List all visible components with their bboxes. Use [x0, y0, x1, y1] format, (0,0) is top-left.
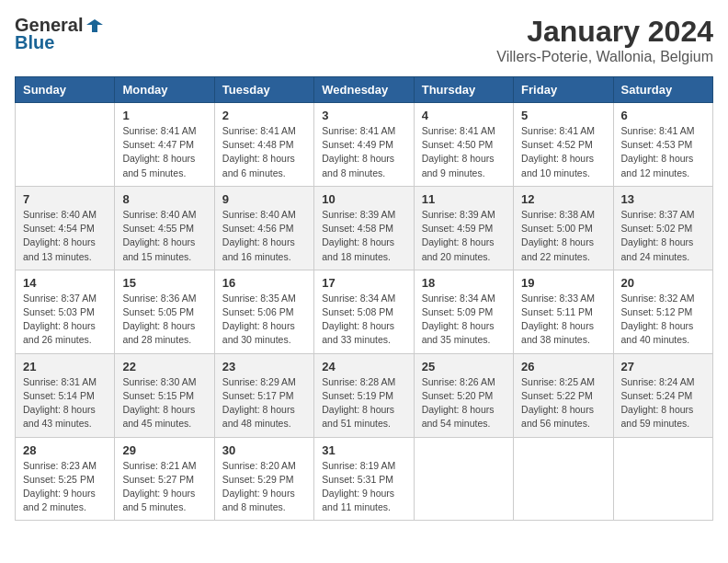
day-info: Sunrise: 8:41 AMSunset: 4:48 PMDaylight:… [222, 124, 306, 180]
calendar-cell: 29Sunrise: 8:21 AMSunset: 5:27 PMDayligh… [115, 437, 214, 521]
calendar-cell: 27Sunrise: 8:24 AMSunset: 5:24 PMDayligh… [613, 353, 712, 437]
day-info: Sunrise: 8:31 AMSunset: 5:14 PMDaylight:… [23, 375, 107, 431]
day-number: 5 [521, 109, 605, 122]
day-info: Sunrise: 8:40 AMSunset: 4:54 PMDaylight:… [23, 208, 107, 264]
day-number: 1 [122, 109, 206, 122]
day-info: Sunrise: 8:38 AMSunset: 5:00 PMDaylight:… [521, 208, 605, 264]
day-number: 11 [422, 192, 506, 206]
calendar-cell: 26Sunrise: 8:25 AMSunset: 5:22 PMDayligh… [514, 353, 613, 437]
calendar-cell: 21Sunrise: 8:31 AMSunset: 5:14 PMDayligh… [16, 353, 115, 437]
day-info: Sunrise: 8:41 AMSunset: 4:50 PMDaylight:… [422, 124, 506, 180]
day-number: 12 [521, 192, 605, 206]
calendar-week-4: 21Sunrise: 8:31 AMSunset: 5:14 PMDayligh… [16, 353, 713, 437]
day-number: 17 [322, 276, 405, 290]
day-info: Sunrise: 8:41 AMSunset: 4:47 PMDaylight:… [122, 124, 206, 180]
day-info: Sunrise: 8:28 AMSunset: 5:19 PMDaylight:… [322, 375, 405, 431]
day-info: Sunrise: 8:41 AMSunset: 4:49 PMDaylight:… [322, 124, 405, 180]
header-sunday: Sunday [16, 77, 115, 103]
calendar-cell: 9Sunrise: 8:40 AMSunset: 4:56 PMDaylight… [214, 186, 313, 270]
calendar-cell: 22Sunrise: 8:30 AMSunset: 5:15 PMDayligh… [115, 353, 214, 437]
svg-marker-0 [86, 19, 103, 32]
calendar-cell: 8Sunrise: 8:40 AMSunset: 4:55 PMDaylight… [115, 186, 214, 270]
day-number: 15 [122, 276, 206, 290]
day-number: 18 [422, 276, 506, 290]
calendar-week-2: 7Sunrise: 8:40 AMSunset: 4:54 PMDaylight… [16, 186, 713, 270]
calendar-cell: 31Sunrise: 8:19 AMSunset: 5:31 PMDayligh… [314, 437, 414, 521]
calendar-table: SundayMondayTuesdayWednesdayThursdayFrid… [15, 76, 713, 521]
calendar-week-5: 28Sunrise: 8:23 AMSunset: 5:25 PMDayligh… [16, 437, 713, 521]
day-number: 22 [122, 360, 206, 373]
calendar-cell: 18Sunrise: 8:34 AMSunset: 5:09 PMDayligh… [414, 270, 513, 353]
day-info: Sunrise: 8:20 AMSunset: 5:29 PMDaylight:… [222, 459, 306, 515]
calendar-cell [514, 437, 613, 521]
header-saturday: Saturday [613, 77, 712, 103]
calendar-cell: 2Sunrise: 8:41 AMSunset: 4:48 PMDaylight… [214, 103, 313, 187]
calendar-cell: 17Sunrise: 8:34 AMSunset: 5:08 PMDayligh… [314, 270, 414, 353]
day-info: Sunrise: 8:24 AMSunset: 5:24 PMDaylight:… [621, 375, 705, 431]
day-number: 8 [122, 192, 206, 206]
day-info: Sunrise: 8:36 AMSunset: 5:05 PMDaylight:… [122, 292, 206, 348]
day-number: 23 [222, 360, 306, 373]
title-block: January 2024 Villers-Poterie, Wallonia, … [496, 15, 713, 65]
day-number: 28 [23, 443, 107, 457]
day-info: Sunrise: 8:37 AMSunset: 5:03 PMDaylight:… [23, 292, 107, 348]
calendar-cell: 19Sunrise: 8:33 AMSunset: 5:11 PMDayligh… [514, 270, 613, 353]
day-number: 3 [322, 109, 405, 122]
day-number: 13 [621, 192, 705, 206]
page-title: January 2024 [496, 15, 713, 49]
logo: General Blue [15, 15, 105, 53]
day-number: 25 [422, 360, 506, 373]
day-number: 21 [23, 360, 107, 373]
calendar-cell [16, 103, 115, 187]
logo-bird-icon [85, 16, 105, 36]
day-info: Sunrise: 8:26 AMSunset: 5:20 PMDaylight:… [422, 375, 506, 431]
calendar-cell: 7Sunrise: 8:40 AMSunset: 4:54 PMDaylight… [16, 186, 115, 270]
day-number: 26 [521, 360, 605, 373]
page-header: General Blue January 2024 Villers-Poteri… [15, 15, 713, 65]
day-info: Sunrise: 8:41 AMSunset: 4:53 PMDaylight:… [621, 124, 705, 180]
day-info: Sunrise: 8:32 AMSunset: 5:12 PMDaylight:… [621, 292, 705, 348]
calendar-cell: 30Sunrise: 8:20 AMSunset: 5:29 PMDayligh… [214, 437, 313, 521]
calendar-cell: 24Sunrise: 8:28 AMSunset: 5:19 PMDayligh… [314, 353, 414, 437]
day-info: Sunrise: 8:29 AMSunset: 5:17 PMDaylight:… [222, 375, 306, 431]
calendar-cell: 20Sunrise: 8:32 AMSunset: 5:12 PMDayligh… [613, 270, 712, 353]
day-number: 7 [23, 192, 107, 206]
calendar-cell: 4Sunrise: 8:41 AMSunset: 4:50 PMDaylight… [414, 103, 513, 187]
day-number: 31 [322, 443, 405, 457]
day-info: Sunrise: 8:25 AMSunset: 5:22 PMDaylight:… [521, 375, 605, 431]
day-info: Sunrise: 8:21 AMSunset: 5:27 PMDaylight:… [122, 459, 206, 515]
day-info: Sunrise: 8:37 AMSunset: 5:02 PMDaylight:… [621, 208, 705, 264]
day-number: 4 [422, 109, 506, 122]
day-info: Sunrise: 8:40 AMSunset: 4:55 PMDaylight:… [122, 208, 206, 264]
header-monday: Monday [115, 77, 214, 103]
day-info: Sunrise: 8:23 AMSunset: 5:25 PMDaylight:… [23, 459, 107, 515]
day-number: 27 [621, 360, 705, 373]
calendar-cell: 1Sunrise: 8:41 AMSunset: 4:47 PMDaylight… [115, 103, 214, 187]
header-thursday: Thursday [414, 77, 513, 103]
day-info: Sunrise: 8:33 AMSunset: 5:11 PMDaylight:… [521, 292, 605, 348]
day-info: Sunrise: 8:19 AMSunset: 5:31 PMDaylight:… [322, 459, 405, 515]
calendar-cell: 25Sunrise: 8:26 AMSunset: 5:20 PMDayligh… [414, 353, 513, 437]
day-number: 16 [222, 276, 306, 290]
calendar-week-3: 14Sunrise: 8:37 AMSunset: 5:03 PMDayligh… [16, 270, 713, 353]
header-friday: Friday [514, 77, 613, 103]
calendar-header: SundayMondayTuesdayWednesdayThursdayFrid… [16, 77, 713, 103]
day-info: Sunrise: 8:34 AMSunset: 5:08 PMDaylight:… [322, 292, 405, 348]
day-number: 20 [621, 276, 705, 290]
calendar-cell: 3Sunrise: 8:41 AMSunset: 4:49 PMDaylight… [314, 103, 414, 187]
calendar-cell [613, 437, 712, 521]
day-number: 9 [222, 192, 306, 206]
day-info: Sunrise: 8:30 AMSunset: 5:15 PMDaylight:… [122, 375, 206, 431]
day-number: 6 [621, 109, 705, 122]
day-number: 2 [222, 109, 306, 122]
calendar-cell: 23Sunrise: 8:29 AMSunset: 5:17 PMDayligh… [214, 353, 313, 437]
day-info: Sunrise: 8:41 AMSunset: 4:52 PMDaylight:… [521, 124, 605, 180]
day-info: Sunrise: 8:39 AMSunset: 4:59 PMDaylight:… [422, 208, 506, 264]
day-number: 30 [222, 443, 306, 457]
day-number: 24 [322, 360, 405, 373]
calendar-week-1: 1Sunrise: 8:41 AMSunset: 4:47 PMDaylight… [16, 103, 713, 187]
day-number: 19 [521, 276, 605, 290]
header-wednesday: Wednesday [314, 77, 414, 103]
calendar-cell: 16Sunrise: 8:35 AMSunset: 5:06 PMDayligh… [214, 270, 313, 353]
day-number: 14 [23, 276, 107, 290]
